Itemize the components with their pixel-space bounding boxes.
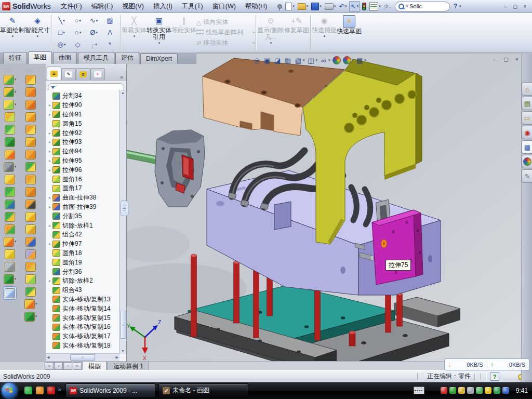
dropdown-arrow[interactable]: ▾ (352, 58, 354, 62)
tab-nav-icon[interactable]: › (63, 362, 72, 370)
rib-icon[interactable] (5, 174, 15, 184)
select-icon[interactable]: ↖▾ (349, 1, 360, 12)
tree-item[interactable]: ▸拉伸90 (46, 101, 119, 110)
surface-revolve-icon[interactable] (25, 87, 36, 97)
tree-item[interactable]: 实体-移动/复制14 (46, 304, 119, 313)
convert-entities-button[interactable]: ▣ 转换实体引用▾ (147, 12, 171, 52)
circle-icon[interactable]: ○▾ (70, 15, 86, 26)
dropdown-arrow[interactable]: ▾ (79, 19, 81, 23)
tab-DimXpert[interactable]: DimXpert (140, 54, 178, 64)
tab-nav-icon[interactable]: ‹ (54, 362, 63, 370)
sync-blocked-icon[interactable] (502, 387, 509, 394)
hscrollbar-thumb[interactable]: ≡ (70, 354, 95, 361)
tab-nav-icon[interactable]: « (45, 362, 54, 370)
graphics-viewport[interactable]: Y Z X (126, 54, 521, 361)
swept-boss-icon[interactable] (5, 112, 15, 122)
menu-item[interactable]: 编辑(E) (87, 1, 118, 12)
expand-arrow[interactable]: ▸ (47, 140, 52, 144)
scene-icon[interactable]: ▤▾ (355, 56, 366, 64)
line-icon[interactable]: ╲▾ (54, 15, 70, 26)
split-feature-icon[interactable] (5, 199, 15, 209)
expand-arrow[interactable]: ▸ (47, 223, 52, 228)
tree-item[interactable]: 圆角18 (46, 249, 119, 258)
tree-item[interactable]: 实体-移动/复制13 (46, 295, 119, 304)
mirror-feature-icon[interactable] (5, 187, 15, 197)
media-app-icon[interactable] (36, 387, 44, 394)
tree-item[interactable]: ▸切除-放样1 (46, 221, 119, 230)
curve-icon[interactable]: ▾ (4, 274, 17, 284)
pin-icon[interactable] (276, 2, 283, 11)
minimize-icon[interactable]: – (501, 3, 510, 10)
text-icon[interactable]: A (102, 26, 118, 38)
delete-face-icon[interactable] (25, 199, 36, 209)
dropdown-arrow[interactable]: ▾ (63, 19, 65, 23)
appearances-tab[interactable] (522, 155, 532, 168)
rapid-sketch-button[interactable]: ⚡ 快速草图 (337, 12, 362, 52)
measure-icon[interactable] (3, 286, 17, 300)
security-center-icon[interactable] (494, 387, 500, 394)
hide-show-icon[interactable]: ∞▾ (320, 56, 330, 64)
feature-wizard-icon[interactable] (5, 149, 15, 159)
tray-clock[interactable]: 9:41 (516, 387, 528, 394)
tab-nav-icon[interactable]: » (73, 362, 82, 370)
zoom-to-fit-icon[interactable]: ◎ (252, 56, 261, 64)
expand-arrow[interactable]: ▸ (47, 195, 52, 200)
featuremanager-tab[interactable]: ≡ (47, 66, 61, 80)
solidworks-task-button[interactable]: SWSolidWorks 2009 - ... (65, 383, 155, 398)
dropdown-arrow[interactable]: ▾ (35, 302, 37, 306)
dropdown-arrow[interactable]: ▾ (15, 165, 17, 169)
tab-模具工具[interactable]: 模具工具 (78, 52, 114, 64)
menu-item[interactable]: 文件(F) (56, 1, 87, 12)
tree-item[interactable]: ▸拉伸94 (46, 147, 119, 156)
menu-item[interactable]: 视图(V) (117, 1, 149, 12)
tree-item[interactable]: 分割35 (46, 211, 119, 221)
tab-评估[interactable]: 评估 (115, 52, 139, 64)
tree-item[interactable]: 实体-移动/复制15 (46, 313, 119, 323)
tab-草图[interactable]: 草图 (28, 51, 52, 64)
zoom-area-icon[interactable]: ▣ (263, 56, 271, 64)
performance-lights-icon[interactable] (361, 2, 367, 11)
dimxpertmanager-tab[interactable]: + (90, 68, 105, 80)
expand-arrow[interactable]: ▸ (47, 242, 52, 246)
plane-icon[interactable] (5, 249, 15, 259)
dropdown-arrow[interactable]: ▾ (15, 90, 17, 94)
tree-item[interactable]: 圆角19 (46, 258, 119, 267)
view-orientation-icon[interactable]: ▧▾ (294, 56, 305, 64)
surface-loft-icon[interactable] (25, 112, 36, 122)
point-icon[interactable]: * (102, 38, 118, 50)
propertymanager-tab[interactable]: ✎ (61, 68, 76, 80)
menu-item[interactable]: 窗口(W) (208, 1, 241, 12)
extruded-cut-icon[interactable]: ▾ (4, 87, 17, 97)
planar-surface-icon[interactable] (25, 149, 36, 159)
tree-horizontal-scrollbar[interactable]: ◀ ≡ ▶ (46, 353, 119, 361)
toolbar-overflow[interactable]: 少.. (383, 2, 392, 11)
open-icon[interactable]: ▾ (297, 2, 310, 11)
dropdown-arrow[interactable]: ▾ (303, 58, 305, 62)
curved-pipe-icon[interactable] (25, 187, 36, 197)
shaded-region-icon[interactable]: ▨ (102, 15, 118, 26)
combine-feature-icon[interactable] (5, 211, 15, 222)
revolved-boss-icon[interactable] (5, 124, 15, 135)
expand-arrow[interactable]: ▸ (47, 278, 52, 283)
volume-icon[interactable] (467, 387, 474, 394)
fillet-ball-icon[interactable] (25, 274, 36, 284)
status-help-icon[interactable]: ? (490, 372, 499, 381)
extruded-boss-icon[interactable]: ▾ (4, 74, 17, 85)
cylinder-icon[interactable] (25, 211, 36, 222)
antivirus-alert-icon[interactable] (441, 387, 447, 394)
tree-item[interactable]: 分割34 (46, 91, 119, 101)
scroll-down-icon[interactable]: ▼ (121, 349, 125, 353)
expand-arrow[interactable]: ▸ (47, 149, 52, 154)
design-checker-icon[interactable]: ▾ (368, 2, 382, 11)
restore-icon[interactable]: ▢ (511, 3, 520, 10)
help-icon[interactable]: ? (453, 2, 458, 11)
tree-item[interactable]: 组合42 (46, 230, 119, 240)
parting-line-icon[interactable] (25, 236, 36, 247)
insert-part-icon[interactable]: ▾ (4, 236, 17, 247)
expand-arrow[interactable]: ▸ (47, 168, 52, 172)
tree-item[interactable]: 实体-移动/复制17 (46, 332, 119, 341)
doc-restore-icon[interactable]: ▢ (501, 56, 511, 63)
doc-close-icon[interactable]: × (512, 56, 522, 63)
appearance-icon[interactable] (332, 56, 341, 64)
custom-properties-tab[interactable]: ✎ (522, 169, 532, 183)
